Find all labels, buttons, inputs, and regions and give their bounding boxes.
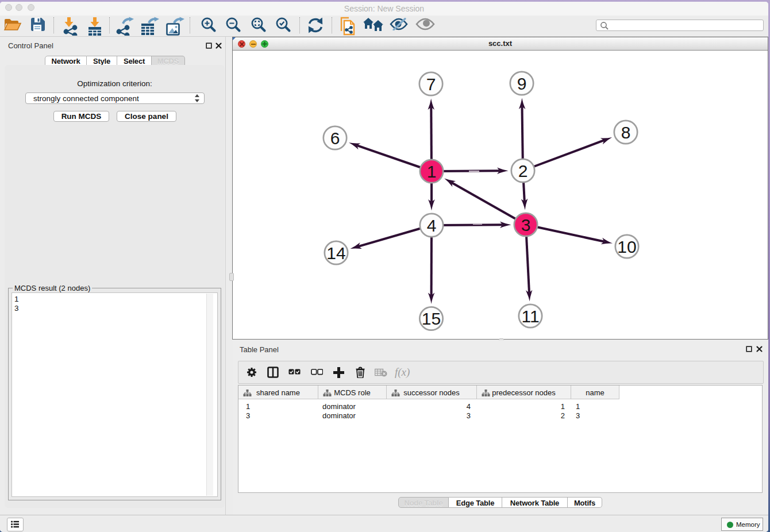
svg-text:9: 9 [517,74,527,93]
svg-text:11: 11 [521,307,539,326]
svg-text:15: 15 [422,309,441,328]
svg-text:1: 1 [427,162,437,181]
svg-text:3: 3 [521,215,531,234]
svg-text:10: 10 [617,237,636,256]
svg-text:7: 7 [426,75,436,94]
svg-text:8: 8 [621,123,631,142]
svg-text:2: 2 [518,161,528,180]
svg-text:6: 6 [330,129,340,148]
svg-text:14: 14 [326,244,345,263]
svg-text:4: 4 [427,216,437,235]
